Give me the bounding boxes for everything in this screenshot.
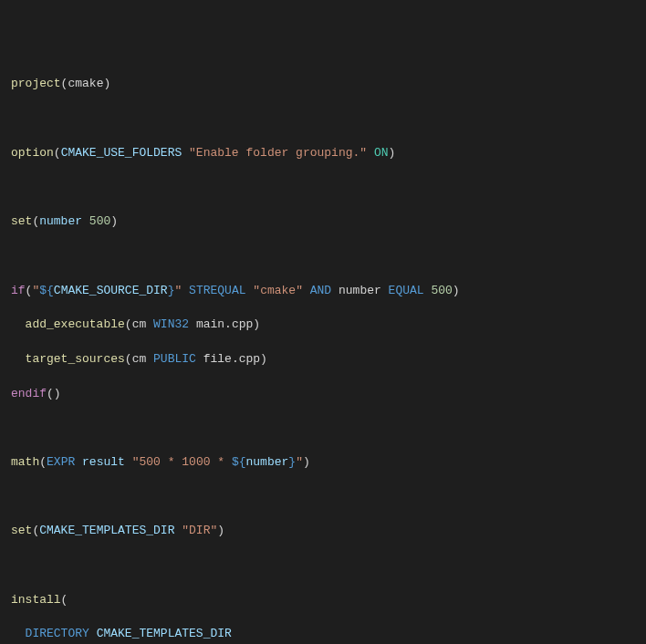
code-line[interactable]: DIRECTORY CMAKE_TEMPLATES_DIR — [11, 626, 635, 643]
function-call: math — [11, 455, 39, 469]
keyword-if: if — [11, 284, 26, 297]
keyword-endif: endif — [11, 387, 47, 400]
code-line[interactable]: option(CMAKE_USE_FOLDERS "Enable folder … — [11, 145, 635, 162]
function-call: add_executable — [26, 317, 125, 331]
blank-line — [11, 248, 635, 265]
code-line[interactable]: project(cmake) — [11, 76, 635, 93]
code-line[interactable]: if("${CMAKE_SOURCE_DIR}" STREQUAL "cmake… — [11, 283, 635, 300]
function-call: target_sources — [26, 352, 125, 366]
function-call: project — [11, 77, 61, 90]
code-line[interactable]: set(number 500) — [11, 213, 635, 231]
code-line[interactable]: add_executable(cm WIN32 main.cpp) — [11, 317, 635, 334]
blank-line — [11, 179, 635, 196]
blank-line — [11, 110, 635, 128]
code-line[interactable]: install( — [11, 592, 635, 609]
function-call: set — [11, 524, 32, 537]
function-call: install — [11, 593, 61, 607]
blank-line — [11, 557, 635, 575]
code-line[interactable]: math(EXPR result "500 * 1000 * ${number}… — [11, 454, 635, 472]
blank-line — [11, 420, 635, 437]
blank-line — [11, 489, 635, 506]
code-line[interactable]: endif() — [11, 386, 635, 403]
function-call: set — [11, 214, 32, 228]
code-editor[interactable]: project(cmake) option(CMAKE_USE_FOLDERS … — [11, 59, 635, 644]
code-line[interactable]: target_sources(cm PUBLIC file.cpp) — [11, 351, 635, 369]
code-line[interactable]: set(CMAKE_TEMPLATES_DIR "DIR") — [11, 523, 635, 540]
function-call: option — [11, 146, 54, 160]
